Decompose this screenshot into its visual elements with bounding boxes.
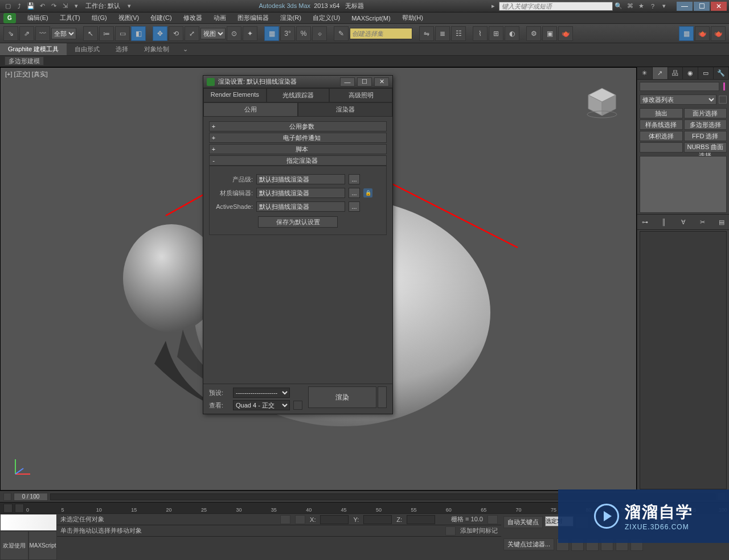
keyfilter-button[interactable]: 关键点过滤器... — [503, 538, 554, 550]
rollout-assign-renderer[interactable]: -指定渲染器 — [209, 155, 387, 166]
tab-renderer[interactable]: 渲染器 — [298, 102, 392, 117]
material-pick-button[interactable]: ... — [349, 188, 360, 198]
grid-icon[interactable] — [488, 515, 498, 524]
show-end-icon[interactable]: ║ — [659, 217, 669, 227]
rotate-icon[interactable]: ⟲ — [169, 26, 183, 41]
mirror-icon[interactable]: ⇋ — [419, 26, 434, 41]
unlink-tool-icon[interactable]: ⇗ — [19, 26, 34, 41]
color-strip[interactable] — [0, 514, 57, 531]
link-icon[interactable]: ⇲ — [60, 2, 70, 11]
save-icon[interactable]: 💾 — [26, 2, 36, 11]
link-tool-icon[interactable]: ⇘ — [3, 26, 18, 41]
viewcube-icon[interactable] — [585, 85, 619, 119]
viewport-label[interactable]: [+] [正交] [真实] — [5, 70, 48, 79]
menu-modifiers[interactable]: 修改器 — [178, 13, 208, 23]
teapot-render-icon[interactable]: 🫖 — [695, 26, 710, 41]
select-icon[interactable]: ↖ — [83, 26, 98, 41]
menu-views[interactable]: 视图(V) — [113, 13, 145, 23]
pin-stack-icon[interactable] — [719, 96, 727, 104]
coord-display-icon[interactable] — [295, 515, 305, 524]
preset-dropdown[interactable]: -------------------- — [233, 388, 290, 398]
mod-nurbs-select[interactable]: NURBS 曲面选择 — [684, 142, 727, 153]
mod-ffd-select[interactable]: FFD 选择 — [684, 131, 727, 141]
spinner-snap-icon[interactable]: ⟐ — [312, 26, 327, 41]
slider-left-icon[interactable] — [3, 493, 11, 501]
redo-icon[interactable]: ↷ — [48, 2, 59, 11]
angle-snap-icon[interactable]: 3° — [280, 26, 295, 41]
tab-hierarchy-icon[interactable]: 品 — [668, 67, 683, 79]
menu-animation[interactable]: 动画 — [208, 13, 232, 23]
material-lock-icon[interactable]: 🔒 — [363, 188, 372, 197]
ribbon-tab-paint[interactable]: 对象绘制 — [136, 43, 177, 55]
production-pick-button[interactable]: ... — [349, 174, 360, 184]
scale-icon[interactable]: ⤢ — [185, 26, 199, 41]
rollout-script[interactable]: +脚本 — [209, 144, 387, 154]
layer-icon[interactable]: ☷ — [451, 26, 466, 41]
render-dropdown-button[interactable] — [378, 386, 387, 408]
dialog-title-bar[interactable]: 渲染设置: 默认扫描线渲染器 — ☐ ✕ — [203, 76, 392, 88]
ribbon-collapse-icon[interactable]: ⌄ — [181, 46, 190, 53]
select-name-icon[interactable]: ≔ — [99, 26, 114, 41]
schematic-icon[interactable]: ⊞ — [489, 26, 503, 41]
minimize-button[interactable]: — — [677, 2, 693, 11]
tab-raytracer[interactable]: 光线跟踪器 — [267, 88, 330, 102]
menu-group[interactable]: 组(G) — [86, 13, 113, 23]
dropdown2-icon[interactable]: ▾ — [659, 2, 669, 11]
object-color-swatch[interactable] — [723, 83, 725, 90]
snap-toggle-icon[interactable]: ▦ — [264, 26, 279, 41]
mod-poly-select[interactable]: 多边形选择 — [684, 120, 727, 130]
workspace-label[interactable]: 工作台: 默认 — [85, 2, 120, 10]
ribbon-tab-freeform[interactable]: 自由形式 — [67, 43, 108, 55]
dialog-maximize-button[interactable]: ☐ — [357, 77, 372, 87]
menu-rendering[interactable]: 渲染(R) — [275, 13, 307, 23]
mod-patch-select[interactable]: 面片选择 — [684, 108, 727, 118]
configure-icon[interactable]: ▤ — [716, 217, 727, 227]
teapot-preview-icon[interactable]: 🫖 — [711, 26, 726, 41]
selection-filter-dropdown[interactable]: 全部 — [51, 28, 76, 39]
star-icon[interactable]: ★ — [636, 2, 646, 11]
autokey-button[interactable]: 自动关键点 — [503, 516, 543, 528]
align-icon[interactable]: ≣ — [435, 26, 450, 41]
mod-extrude[interactable]: 抽出 — [640, 108, 683, 118]
rollout-email[interactable]: +电子邮件通知 — [209, 133, 387, 143]
menu-help[interactable]: 帮助(H) — [396, 13, 429, 23]
maximize-button[interactable]: ☐ — [694, 2, 710, 11]
render-button[interactable]: 渲染 — [308, 386, 376, 408]
menu-grapheditors[interactable]: 图形编辑器 — [232, 13, 275, 23]
menu-customize[interactable]: 自定义(U) — [307, 13, 346, 23]
percent-snap-icon[interactable]: % — [296, 26, 311, 41]
ribbon-tab-graphite[interactable]: Graphite 建模工具 — [0, 43, 67, 55]
view-dropdown[interactable]: Quad 4 - 正交 — [233, 400, 290, 410]
help-icon[interactable]: ? — [648, 2, 658, 11]
tab-motion-icon[interactable]: ◉ — [683, 67, 698, 79]
activeshade-pick-button[interactable]: ... — [349, 201, 360, 212]
binoculars-icon[interactable]: 🔍 — [613, 2, 624, 11]
menu-maxscript[interactable]: MAXScript(M) — [346, 14, 396, 23]
trackbar-key-icon[interactable] — [15, 504, 24, 513]
render-icon[interactable]: 🫖 — [558, 26, 573, 41]
mod-empty[interactable] — [640, 142, 683, 153]
trackbar-toggle-icon[interactable] — [3, 504, 13, 513]
refcoord-dropdown[interactable]: 视图 — [200, 28, 226, 39]
named-selection-input[interactable] — [350, 28, 412, 39]
close-button[interactable]: ✕ — [711, 2, 727, 11]
viewport-shading-icon[interactable]: ▦ — [679, 26, 694, 41]
menu-create[interactable]: 创建(C) — [145, 13, 177, 23]
help-key-icon[interactable]: ⌘ — [625, 2, 635, 11]
render-setup-icon[interactable]: ⚙ — [526, 26, 541, 41]
remove-mod-icon[interactable]: ✂ — [697, 217, 707, 227]
save-default-button[interactable]: 保存为默认设置 — [258, 216, 338, 228]
menu-edit[interactable]: 编辑(E) — [22, 13, 54, 23]
maxscript-label[interactable]: MAXScript — [28, 531, 57, 560]
open-icon[interactable]: ⤴ — [14, 2, 24, 11]
tab-display-icon[interactable]: ▭ — [698, 67, 714, 79]
pin-icon[interactable]: ⊶ — [640, 217, 650, 227]
modifier-stack-preview[interactable] — [640, 156, 727, 213]
object-name-input[interactable] — [640, 82, 719, 91]
workspace-dropdown-icon[interactable]: ▾ — [124, 2, 134, 11]
dropdown-icon[interactable]: ▾ — [71, 2, 81, 11]
app-logo-icon[interactable]: G — [3, 13, 16, 23]
make-unique-icon[interactable]: ∀ — [678, 217, 689, 227]
y-input[interactable] — [363, 515, 392, 524]
region-rect-icon[interactable]: ▭ — [115, 26, 130, 41]
